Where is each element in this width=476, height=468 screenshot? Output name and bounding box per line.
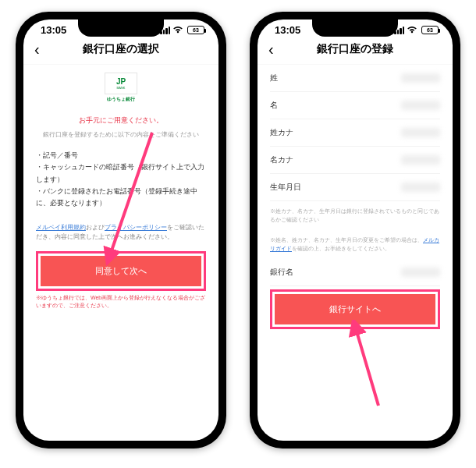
privacy-link[interactable]: プライバシーポリシー xyxy=(105,224,167,231)
list-item: ・バンクに登録されたお電話番号（登録手続き途中に、必要となります） xyxy=(36,186,206,210)
notch xyxy=(78,20,164,37)
page-title: 銀行口座の登録 xyxy=(267,42,443,56)
page-title: 銀行口座の選択 xyxy=(33,42,209,56)
back-button[interactable]: ‹ xyxy=(34,41,40,58)
back-button[interactable]: ‹ xyxy=(268,41,274,58)
blurred-value xyxy=(401,73,440,83)
jp-bank-logo-icon: JPBANK xyxy=(105,73,137,94)
battery-icon: 63 xyxy=(421,26,439,34)
field-lastname[interactable]: 姓 xyxy=(270,65,440,92)
field-birthdate[interactable]: 生年月日 xyxy=(270,174,440,201)
list-item: ・記号／番号 xyxy=(36,150,206,161)
content-right: 姓 名 姓カナ 名カナ 生年月日 ※姓カナ、名カナ、生年月日は銀行に登録されてい… xyxy=(258,65,453,329)
status-icons: 63 xyxy=(394,26,439,34)
consent-text: メルペイ利用規約およびプライバシーポリシーをご確認いただき、内容に同意した上で次… xyxy=(36,217,206,248)
blurred-value xyxy=(401,128,440,137)
screen-right: 13:05 63 ‹ 銀行口座の登録 姓 名 姓カナ 名カナ 生年月日 ※姓カナ… xyxy=(258,20,453,441)
wifi-icon xyxy=(172,27,183,34)
phone-right: 13:05 63 ‹ 銀行口座の登録 姓 名 姓カナ 名カナ 生年月日 ※姓カナ… xyxy=(250,12,460,448)
battery-icon: 63 xyxy=(187,26,204,34)
prep-subtitle: 銀行口座を登録するために以下の内容をご準備ください xyxy=(36,130,206,139)
requirements-list: ・記号／番号 ・キャッシュカードの暗証番号（銀行サイト上で入力します） ・バンク… xyxy=(36,147,206,217)
field-bankname[interactable]: 銀行名 xyxy=(270,259,440,286)
prep-title: お手元にご用意ください。 xyxy=(36,115,206,126)
bank-logo: JPBANK ゆうちょ銀行 xyxy=(36,65,206,108)
notch xyxy=(312,20,398,37)
note-2: ※姓名、姓カナ、名カナ、生年月日の変更をご希望の場合は、メルカリガイドを確認の上… xyxy=(270,230,440,259)
list-item: ・キャッシュカードの暗証番号（銀行サイト上で入力します） xyxy=(36,161,206,186)
terms-link[interactable]: メルペイ利用規約 xyxy=(36,224,86,231)
field-lastname-kana[interactable]: 姓カナ xyxy=(270,119,440,147)
content-left: JPBANK ゆうちょ銀行 お手元にご用意ください。 銀行口座を登録するために以… xyxy=(23,65,218,310)
agree-next-button[interactable]: 同意して次へ xyxy=(41,256,201,286)
blurred-value xyxy=(401,268,440,277)
nav-bar: ‹ 銀行口座の選択 xyxy=(23,37,218,65)
status-time: 13:05 xyxy=(37,24,66,36)
nav-bar: ‹ 銀行口座の登録 xyxy=(258,37,453,65)
status-icons: 63 xyxy=(160,26,204,34)
screen-left: 13:05 63 ‹ 銀行口座の選択 JPBANK ゆうちょ銀行 お手元にご用意… xyxy=(23,20,218,441)
note-1: ※姓カナ、名カナ、生年月日は銀行に登録されているものと同じであるかご確認ください xyxy=(270,201,440,230)
warning-text: ※ゆうちょ銀行では、Web画面上から登録が行えなくなる場合がございますので、ご注… xyxy=(36,294,206,310)
bank-name: ゆうちょ銀行 xyxy=(107,96,135,103)
field-firstname-kana[interactable]: 名カナ xyxy=(270,147,440,174)
cta-highlight: 銀行サイトへ xyxy=(270,289,440,329)
phone-left: 13:05 63 ‹ 銀行口座の選択 JPBANK ゆうちょ銀行 お手元にご用意… xyxy=(16,12,226,448)
blurred-value xyxy=(401,155,440,165)
blurred-value xyxy=(401,101,440,110)
cta-highlight: 同意して次へ xyxy=(36,251,206,291)
wifi-icon xyxy=(407,27,417,34)
field-firstname[interactable]: 名 xyxy=(270,92,440,119)
bank-site-button[interactable]: 銀行サイトへ xyxy=(275,294,435,324)
status-time: 13:05 xyxy=(272,24,300,36)
blurred-value xyxy=(401,183,440,192)
